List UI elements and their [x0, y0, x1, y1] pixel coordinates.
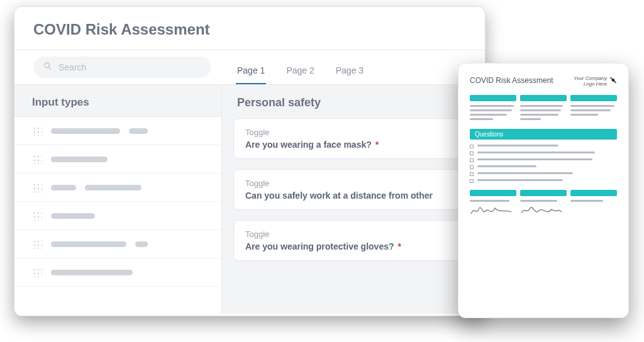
- placeholder-line: [477, 165, 536, 167]
- builder-toolbar: Page 1 Page 2 Page 3: [14, 50, 485, 85]
- question-type-label: Toggle: [245, 229, 462, 239]
- placeholder-line: [477, 158, 592, 160]
- logo-line: Logo Here: [574, 82, 607, 87]
- preview-title: COVID Risk Assessment: [470, 76, 553, 85]
- question-text-value: Are you wearing a face mask?: [245, 140, 372, 150]
- input-type-item[interactable]: [14, 117, 221, 145]
- placeholder-bar: [51, 157, 108, 162]
- placeholder-bar: [51, 241, 126, 247]
- drag-handle-icon: [32, 182, 42, 192]
- placeholder-line: [570, 109, 611, 111]
- question-text-value: Can you safely work at a distance from o…: [245, 190, 433, 201]
- preview-header-bar: [570, 190, 617, 196]
- placeholder-line: [470, 114, 507, 116]
- placeholder-line: [470, 200, 509, 202]
- question-type-label: Toggle: [245, 179, 462, 188]
- input-type-item[interactable]: [14, 258, 221, 287]
- placeholder-line: [570, 114, 598, 116]
- required-indicator: *: [375, 140, 379, 150]
- preview-question-row: [470, 145, 617, 149]
- placeholder-line: [477, 145, 558, 146]
- placeholder-line: [470, 109, 512, 111]
- search-icon: [43, 62, 52, 73]
- search-wrap: [14, 50, 222, 84]
- input-type-item[interactable]: [14, 230, 221, 258]
- question-text-value: Are you wearing protective gloves?: [245, 241, 394, 251]
- preview-header: COVID Risk Assessment Your Company Logo …: [470, 76, 617, 87]
- preview-questions-section: Questions: [470, 129, 617, 184]
- placeholder-bar: [51, 185, 76, 190]
- logo-placeholder: Your Company Logo Here: [574, 76, 617, 87]
- tools-icon: [609, 77, 617, 86]
- input-type-item[interactable]: [14, 202, 221, 230]
- form-canvas: Personal safety Toggle Are you wearing a…: [222, 85, 485, 314]
- question-card[interactable]: Toggle Are you wearing protective gloves…: [233, 220, 474, 261]
- form-builder-panel: COVID Risk Assessment Page 1 Page 2 Page…: [14, 6, 486, 316]
- signature-icon: [520, 204, 567, 217]
- search-input[interactable]: [58, 62, 201, 72]
- drag-handle-icon: [32, 267, 42, 277]
- tab-page-2[interactable]: Page 2: [285, 54, 315, 84]
- preview-signature-col: [470, 190, 516, 217]
- sidebar-heading: Input types: [14, 85, 221, 117]
- placeholder-line: [477, 179, 563, 181]
- placeholder-line: [570, 105, 614, 107]
- placeholder-bar: [51, 213, 95, 219]
- checkbox-icon: [470, 152, 474, 155]
- input-type-item[interactable]: [14, 174, 221, 202]
- placeholder-line: [570, 200, 603, 202]
- preview-question-row: [470, 179, 617, 184]
- preview-question-row: [470, 165, 617, 170]
- question-text: Can you safely work at a distance from o…: [245, 190, 462, 201]
- builder-body: Input types: [14, 85, 485, 314]
- preview-header-bar: [470, 190, 516, 196]
- tab-page-1[interactable]: Page 1: [236, 54, 266, 84]
- checkbox-icon: [470, 172, 474, 176]
- question-text: Are you wearing protective gloves? *: [245, 241, 462, 251]
- checkbox-icon: [470, 165, 474, 169]
- placeholder-bar: [51, 270, 133, 275]
- placeholder-bar: [129, 128, 148, 134]
- input-type-list: [14, 117, 221, 287]
- page-title: COVID Risk Assessment: [14, 7, 485, 50]
- placeholder-line: [520, 109, 561, 111]
- input-type-item[interactable]: [14, 145, 221, 174]
- placeholder-bar: [135, 241, 148, 247]
- preview-header-bar: [520, 95, 567, 101]
- page-tabs: Page 1 Page 2 Page 3: [222, 50, 379, 84]
- placeholder-bar: [85, 185, 142, 190]
- drag-handle-icon: [32, 211, 42, 221]
- input-types-sidebar: Input types: [14, 85, 222, 314]
- preview-question-row: [470, 158, 617, 163]
- search-input-container[interactable]: [33, 57, 211, 78]
- preview-section-label: Questions: [470, 129, 617, 140]
- preview-signature-row: [470, 190, 617, 217]
- placeholder-line: [520, 118, 541, 120]
- preview-header-bar: [570, 95, 617, 101]
- placeholder-line: [520, 114, 558, 116]
- preview-signature-col: [520, 190, 567, 217]
- checkbox-icon: [470, 179, 474, 183]
- tab-page-3[interactable]: Page 3: [335, 54, 365, 84]
- placeholder-line: [470, 105, 514, 107]
- checkbox-icon: [470, 158, 474, 162]
- preview-info-col: [470, 95, 516, 123]
- preview-question-row: [470, 152, 617, 156]
- preview-header-bar: [520, 190, 567, 196]
- preview-info-row: [470, 95, 617, 123]
- signature-icon: [470, 204, 516, 217]
- drag-handle-icon: [32, 126, 42, 136]
- preview-info-col: [570, 95, 617, 123]
- question-card[interactable]: Toggle Are you wearing a face mask? *: [233, 118, 474, 159]
- drag-handle-icon: [32, 154, 42, 164]
- placeholder-bar: [51, 128, 120, 134]
- section-heading: Personal safety: [222, 85, 485, 118]
- required-indicator: *: [397, 241, 401, 251]
- question-card[interactable]: Toggle Can you safely work at a distance…: [233, 169, 474, 210]
- placeholder-line: [470, 118, 493, 120]
- placeholder-line: [477, 152, 595, 153]
- question-text: Are you wearing a face mask? *: [245, 140, 462, 150]
- preview-signature-col: [570, 190, 617, 217]
- preview-question-row: [470, 172, 617, 177]
- drag-handle-icon: [32, 239, 42, 249]
